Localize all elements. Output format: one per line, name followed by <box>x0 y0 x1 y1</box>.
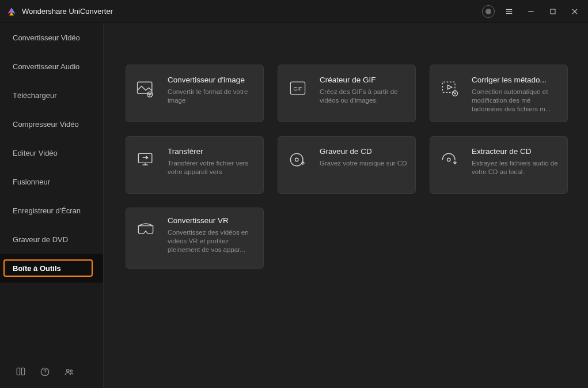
disc-rip-icon <box>438 148 461 171</box>
svg-point-9 <box>67 370 70 372</box>
tool-card-desc: Créez des GIFs à partir de vidéos ou d'i… <box>320 88 407 105</box>
title-bar: Wondershare UniConverter <box>0 0 588 23</box>
tool-card-desc: Correction automatique et modification d… <box>472 88 559 114</box>
community-icon[interactable] <box>63 366 75 378</box>
tool-card-desc: Extrayez les fichiers audio de votre CD … <box>472 159 559 176</box>
sidebar-item-label: Graveur de DVD <box>13 235 68 244</box>
svg-rect-4 <box>551 9 555 14</box>
minimize-icon[interactable] <box>523 4 538 19</box>
tool-card-vr-converter[interactable]: Convertisseur VR Convertissez des vidéos… <box>126 208 264 269</box>
tool-card-transfer[interactable]: Transférer Transférer votre fichier vers… <box>126 136 264 194</box>
tool-card-fix-metadata[interactable]: Corriger les métado... Correction automa… <box>430 65 568 122</box>
sidebar-item-screen-recorder[interactable]: Enregistreur d'Écran <box>0 196 103 225</box>
tool-card-title: Convertisseur VR <box>168 216 255 225</box>
tool-card-title: Transférer <box>168 147 255 156</box>
maximize-icon[interactable] <box>545 4 560 19</box>
gif-icon: GIF <box>286 77 309 100</box>
svg-rect-15 <box>442 82 455 92</box>
tool-card-title: Convertisseur d'image <box>168 76 255 84</box>
svg-point-10 <box>70 370 73 372</box>
help-icon[interactable] <box>39 366 51 378</box>
transfer-icon <box>134 148 157 171</box>
sidebar-item-label: Boîte à Outils <box>13 264 61 273</box>
tool-card-desc: Gravez votre musique sur CD <box>320 159 407 168</box>
svg-point-19 <box>295 158 298 161</box>
tutorial-icon[interactable] <box>15 366 26 378</box>
close-icon[interactable] <box>567 4 582 19</box>
sidebar-item-label: Enregistreur d'Écran <box>13 206 81 215</box>
account-avatar-icon[interactable] <box>482 5 495 18</box>
tool-card-cd-ripper[interactable]: Extracteur de CD Extrayez les fichiers a… <box>430 136 568 194</box>
sidebar: Convertisseur Vidéo Convertisseur Audio … <box>0 23 104 388</box>
sidebar-item-label: Editeur Vidéo <box>13 149 58 157</box>
svg-rect-17 <box>138 153 151 163</box>
tool-card-image-converter[interactable]: Convertisseur d'image Convertir le forma… <box>126 65 264 122</box>
image-icon <box>134 77 157 100</box>
vr-icon <box>134 217 157 240</box>
svg-point-18 <box>290 153 303 166</box>
menu-icon[interactable] <box>502 4 517 19</box>
sidebar-item-label: Fusionneur <box>13 178 50 186</box>
sidebar-item-video-editor[interactable]: Editeur Vidéo <box>0 138 103 167</box>
sidebar-item-label: Téléchargeur <box>13 91 57 100</box>
sidebar-item-merger[interactable]: Fusionneur <box>0 167 103 196</box>
tool-card-desc: Transférer votre fichier vers votre appa… <box>168 159 255 176</box>
svg-point-8 <box>44 374 45 374</box>
sidebar-item-label: Compresseur Vidéo <box>13 120 79 129</box>
tool-card-title: Graveur de CD <box>320 147 407 156</box>
svg-point-20 <box>447 158 450 161</box>
app-logo-icon <box>7 7 16 16</box>
sidebar-item-dvd-burner[interactable]: Graveur de DVD <box>0 225 103 254</box>
tool-card-title: Extracteur de CD <box>472 147 559 156</box>
metadata-icon <box>438 77 461 100</box>
sidebar-item-downloader[interactable]: Téléchargeur <box>0 81 103 110</box>
tool-card-gif-maker[interactable]: GIF Créateur de GIF Créez des GIFs à par… <box>278 65 416 122</box>
tool-card-title: Créateur de GIF <box>320 76 407 84</box>
sidebar-item-toolbox[interactable]: Boîte à Outils <box>0 254 103 282</box>
disc-burn-icon <box>286 148 309 171</box>
app-title: Wondershare UniConverter <box>22 7 113 16</box>
tool-card-title: Corriger les métado... <box>472 76 559 84</box>
svg-text:GIF: GIF <box>294 86 303 92</box>
sidebar-item-label: Convertisseur Vidéo <box>13 33 80 42</box>
main-content: Convertisseur d'image Convertir le forma… <box>104 23 588 388</box>
tool-card-desc: Convertir le format de votre image <box>168 88 255 105</box>
tool-card-cd-burner[interactable]: Graveur de CD Gravez votre musique sur C… <box>278 136 416 194</box>
tool-card-desc: Convertissez des vidéos en vidéos VR et … <box>168 228 255 254</box>
sidebar-item-video-compressor[interactable]: Compresseur Vidéo <box>0 110 103 138</box>
sidebar-item-audio-converter[interactable]: Convertisseur Audio <box>0 52 103 81</box>
sidebar-item-label: Convertisseur Audio <box>13 62 79 71</box>
sidebar-item-video-converter[interactable]: Convertisseur Vidéo <box>0 23 103 52</box>
